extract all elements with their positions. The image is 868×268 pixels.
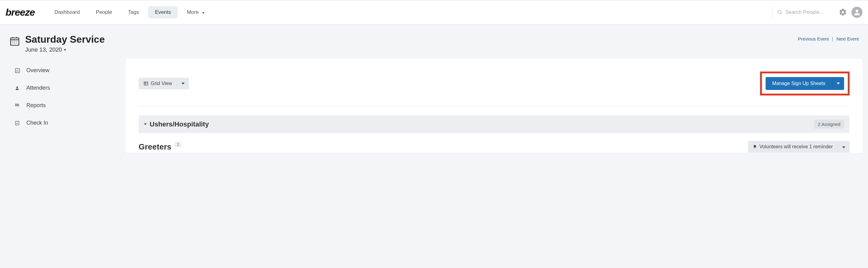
svg-point-2 xyxy=(856,9,859,12)
svg-rect-19 xyxy=(17,104,18,105)
content-panel: Grid View Manage Sign Up Sheets xyxy=(126,59,863,153)
svg-rect-25 xyxy=(144,82,148,85)
reminder-dropdown[interactable] xyxy=(838,141,849,153)
manage-signup-highlight: Manage Sign Up Sheets xyxy=(760,72,849,96)
brand-logo: breeze xyxy=(5,7,35,18)
chevron-down-icon xyxy=(842,146,845,148)
section-ushers[interactable]: Ushers/Hospitality 2 Assigned xyxy=(138,115,849,133)
table-icon xyxy=(144,81,148,86)
nav-tags[interactable]: Tags xyxy=(121,6,146,19)
svg-rect-21 xyxy=(15,105,16,106)
search-icon xyxy=(777,9,783,15)
chevron-down-icon xyxy=(182,83,185,84)
manage-signup-dropdown[interactable] xyxy=(832,77,844,90)
nav-more-label: More xyxy=(187,9,199,15)
nav-more[interactable]: More xyxy=(180,6,211,19)
svg-rect-22 xyxy=(17,105,18,106)
sidebar-item-label: Check In xyxy=(26,120,48,126)
grid-view-dropdown[interactable] xyxy=(177,78,189,89)
search-input[interactable] xyxy=(785,9,834,15)
reminder-button[interactable]: Volunteers will receive 1 reminder xyxy=(748,141,838,153)
event-date-dropdown[interactable]: June 13, 2020 xyxy=(25,46,105,53)
grid-view-label: Grid View xyxy=(151,81,172,86)
assigned-badge: 2 Assigned xyxy=(814,120,844,129)
sidebar-item-label: Overview xyxy=(26,67,49,74)
nav-items: Dashboard People Tags Events More xyxy=(48,6,211,19)
sidebar-item-reports[interactable]: Reports xyxy=(9,97,126,114)
main-layout: Overview Attenders Reports Check In xyxy=(0,59,868,153)
svg-line-1 xyxy=(781,13,782,14)
greeters-title: Greeters xyxy=(138,142,172,152)
separator: | xyxy=(830,36,835,42)
event-nav-links: Previous Event | Next Event xyxy=(798,34,859,42)
bell-icon xyxy=(753,144,757,149)
reminder-group: Volunteers will receive 1 reminder xyxy=(748,141,849,153)
nav-events[interactable]: Events xyxy=(148,6,178,19)
chevron-down-icon xyxy=(64,49,66,51)
manage-signup-group: Manage Sign Up Sheets xyxy=(766,77,844,90)
svg-rect-24 xyxy=(15,121,19,125)
user-icon xyxy=(853,8,861,16)
event-date-label: June 13, 2020 xyxy=(25,46,62,53)
page-title: Saturday Service xyxy=(25,34,105,45)
search-wrap xyxy=(777,9,834,15)
page-header: Saturday Service June 13, 2020 Previous … xyxy=(0,25,868,59)
manage-signup-label: Manage Sign Up Sheets xyxy=(772,81,826,86)
sidebar-item-overview[interactable]: Overview xyxy=(9,62,126,79)
previous-event-link[interactable]: Previous Event xyxy=(798,36,829,42)
svg-point-0 xyxy=(778,10,781,14)
svg-rect-23 xyxy=(18,105,19,106)
reminder-label: Volunteers will receive 1 reminder xyxy=(760,144,833,150)
toolbar: Grid View Manage Sign Up Sheets xyxy=(138,72,849,107)
grid-icon xyxy=(15,103,22,108)
check-square-icon xyxy=(15,120,22,126)
chevron-down-icon xyxy=(837,83,840,84)
nav-people[interactable]: People xyxy=(89,6,119,19)
chevron-down-icon xyxy=(144,124,147,125)
sidebar-item-checkin[interactable]: Check In xyxy=(9,114,126,132)
grid-view-button[interactable]: Grid View xyxy=(138,78,177,89)
manage-signup-button[interactable]: Manage Sign Up Sheets xyxy=(766,77,832,90)
greeters-count: 2 xyxy=(175,141,182,148)
chart-bar-icon xyxy=(15,68,22,73)
settings-button[interactable] xyxy=(839,8,847,17)
sidebar-item-label: Attenders xyxy=(26,85,50,91)
sidebar-item-attenders[interactable]: Attenders xyxy=(9,79,126,97)
greeters-row: Greeters 2 Volunteers will receive 1 rem… xyxy=(138,141,849,153)
sidebar-item-label: Reports xyxy=(26,102,46,109)
top-nav: breeze Dashboard People Tags Events More xyxy=(0,0,868,25)
chevron-down-icon xyxy=(202,12,205,14)
page-title-block: Saturday Service June 13, 2020 xyxy=(25,34,105,53)
calendar-icon xyxy=(9,36,20,47)
top-nav-right xyxy=(772,7,863,18)
svg-rect-3 xyxy=(11,38,19,46)
svg-point-17 xyxy=(16,86,18,88)
svg-rect-18 xyxy=(15,104,16,105)
user-avatar[interactable] xyxy=(851,7,863,18)
gear-icon xyxy=(839,8,847,17)
sidebar: Overview Attenders Reports Check In xyxy=(9,59,126,132)
svg-rect-20 xyxy=(18,104,19,105)
next-event-link[interactable]: Next Event xyxy=(836,36,859,42)
grid-view-group: Grid View xyxy=(138,78,189,89)
section-title: Ushers/Hospitality xyxy=(150,120,209,128)
section-title-wrap: Ushers/Hospitality xyxy=(144,120,209,128)
nav-dashboard[interactable]: Dashboard xyxy=(48,6,87,19)
user-icon xyxy=(15,86,22,90)
